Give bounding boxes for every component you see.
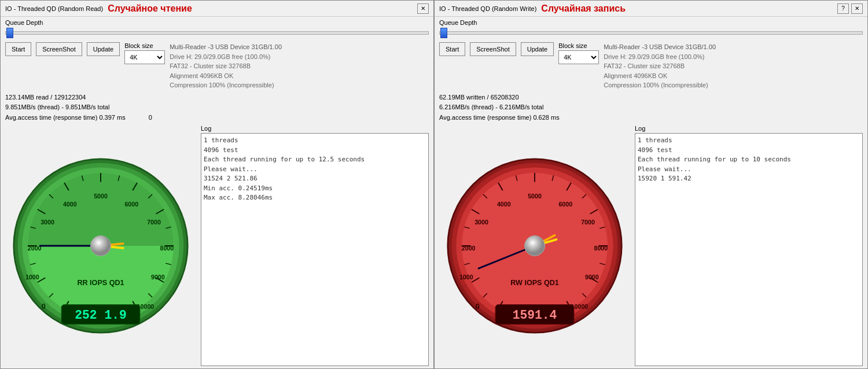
left-screenshot-button[interactable]: ScreenShot <box>36 42 82 56</box>
svg-text:1591.4: 1591.4 <box>513 308 557 322</box>
svg-text:0: 0 <box>42 302 46 310</box>
right-block-size-select[interactable]: 4K <box>558 50 599 64</box>
right-slider-thumb[interactable] <box>440 28 447 38</box>
left-device-info-line1: Drive H: 29.0/29.0GB free (100.0%) <box>170 52 282 62</box>
right-device-info-line2: FAT32 - Cluster size 32768B <box>604 61 716 71</box>
svg-text:9000: 9000 <box>151 274 165 281</box>
svg-text:6000: 6000 <box>124 201 138 208</box>
log-line: Min acc. 0.24519ms <box>204 184 426 194</box>
left-block-size-group: Block size 4K <box>124 42 165 64</box>
left-block-size-label: Block size <box>124 42 165 49</box>
left-device-info-line3: Alignment 4096KB OK <box>170 71 282 81</box>
left-slider-thumb[interactable] <box>6 28 13 38</box>
svg-text:7000: 7000 <box>581 219 595 226</box>
right-device-info-line3: Alignment 4096KB OK <box>604 71 716 81</box>
right-controls-row: Start ScreenShot Update Block size 4K Mu… <box>439 42 863 90</box>
right-device-name: Multi-Reader -3 USB Device 31GB/1.00 <box>604 42 716 52</box>
svg-text:0: 0 <box>476 302 480 310</box>
left-stat-line1: 123.14MB read / 129122304 <box>5 93 429 103</box>
right-update-button[interactable]: Update <box>521 42 554 56</box>
svg-point-40 <box>91 235 111 256</box>
svg-text:1000: 1000 <box>459 274 473 281</box>
right-stats-row: 62.19MB written / 65208320 6.216MB/s (th… <box>439 93 863 123</box>
right-main-content: 0 1000 2000 3000 4000 5000 6000 7000 800… <box>439 125 863 366</box>
left-block-size-select[interactable]: 4K <box>124 50 165 64</box>
left-start-button[interactable]: Start <box>5 42 31 56</box>
right-log-section: Log 1 threads 4096 test Each thread runn… <box>635 125 863 366</box>
left-gauge-svg: 0 1000 2000 3000 4000 5000 6000 7000 <box>11 156 190 335</box>
left-stats-row: 123.14MB read / 129122304 9.851MB/s (thr… <box>5 93 429 123</box>
svg-text:4000: 4000 <box>63 201 77 208</box>
left-log-box[interactable]: 1 threads 4096 test Each thread running … <box>201 133 429 366</box>
left-log-section: Log 1 threads 4096 test Each thread runn… <box>201 125 429 366</box>
right-log-box[interactable]: 1 threads 4096 test Each thread running … <box>635 133 863 366</box>
right-screenshot-button[interactable]: ScreenShot <box>470 42 516 56</box>
log-line: 4096 test <box>204 146 426 156</box>
right-block-size-group: Block size 4K <box>558 42 599 64</box>
left-title-bar: IO - Threaded QD (Random Read) Случайное… <box>1 1 433 17</box>
log-line: 1 threads <box>638 136 860 146</box>
left-slider-track <box>5 31 429 35</box>
right-window-russian-title: Случайная запись <box>541 3 626 14</box>
left-window: IO - Threaded QD (Random Read) Случайное… <box>0 0 434 369</box>
left-device-name: Multi-Reader -3 USB Device 31GB/1.00 <box>170 42 282 52</box>
left-main-content: 0 1000 2000 3000 4000 5000 6000 7000 <box>5 125 429 366</box>
left-update-button[interactable]: Update <box>87 42 120 56</box>
right-stat-line3: Avg.access time (response time) 0.628 ms <box>439 113 863 123</box>
right-title-bar-left: IO - Threaded QD (Random Write) Случайна… <box>439 3 626 14</box>
right-device-info: Multi-Reader -3 USB Device 31GB/1.00 Dri… <box>604 42 716 90</box>
svg-text:6000: 6000 <box>558 201 572 208</box>
left-stat-line2: 9.851MB/s (thread) - 9.851MB/s total <box>5 102 429 113</box>
right-slider-track <box>439 31 863 35</box>
svg-text:RW IOPS QD1: RW IOPS QD1 <box>510 278 559 286</box>
right-device-info-line4: Compression 100% (Incompressible) <box>604 80 716 90</box>
left-window-title: IO - Threaded QD (Random Read) <box>5 5 103 12</box>
left-close-button[interactable]: ✕ <box>417 3 429 14</box>
svg-text:5000: 5000 <box>94 192 108 199</box>
log-line: 1 threads <box>204 136 426 146</box>
right-window: IO - Threaded QD (Random Write) Случайна… <box>434 0 868 369</box>
right-queue-label: Queue Depth <box>439 19 863 26</box>
right-gauge-container: 0 1000 2000 3000 4000 5000 6000 7000 800… <box>439 125 630 366</box>
left-device-info-line2: FAT32 - Cluster size 32768B <box>170 61 282 71</box>
right-title-bar: IO - Threaded QD (Random Write) Случайна… <box>435 1 867 17</box>
svg-text:4000: 4000 <box>497 201 511 208</box>
right-stat-line1: 62.19MB written / 65208320 <box>439 93 863 103</box>
left-window-russian-title: Случайное чтение <box>108 3 192 14</box>
right-block-size-label: Block size <box>558 42 599 49</box>
log-line: 31524 2 521.86 <box>204 174 426 184</box>
svg-text:252 1.9: 252 1.9 <box>75 308 126 322</box>
svg-text:5000: 5000 <box>528 192 542 199</box>
right-help-button[interactable]: ? <box>837 3 849 14</box>
right-queue-slider[interactable] <box>439 27 863 39</box>
svg-text:RR IOPS QD1: RR IOPS QD1 <box>77 278 124 286</box>
right-queue-section: Queue Depth <box>439 19 863 39</box>
right-device-info-line1: Drive H: 29.0/29.0GB free (100.0%) <box>604 52 716 62</box>
log-line: Each thread running for up to 12.5 secon… <box>204 155 426 165</box>
right-title-controls: ? ✕ <box>837 3 863 14</box>
left-title-bar-left: IO - Threaded QD (Random Read) Случайное… <box>5 3 192 14</box>
left-queue-label: Queue Depth <box>5 19 429 26</box>
log-line: Each thread running for up to 10 seconds <box>638 155 860 165</box>
svg-text:3000: 3000 <box>475 219 488 226</box>
svg-text:7000: 7000 <box>147 219 161 226</box>
left-log-label: Log <box>201 125 429 132</box>
left-queue-section: Queue Depth <box>5 19 429 39</box>
left-device-info: Multi-Reader -3 USB Device 31GB/1.00 Dri… <box>170 42 282 90</box>
left-window-body: Queue Depth Start ScreenShot Update Bloc… <box>1 17 433 368</box>
right-close-button[interactable]: ✕ <box>851 3 863 14</box>
left-device-info-line4: Compression 100% (Incompressible) <box>170 80 282 90</box>
svg-point-83 <box>525 235 545 256</box>
right-window-body: Queue Depth Start ScreenShot Update Bloc… <box>435 17 867 368</box>
left-counter: 0 <box>149 113 152 123</box>
svg-text:1000: 1000 <box>25 274 39 281</box>
left-controls-row: Start ScreenShot Update Block size 4K Mu… <box>5 42 429 90</box>
right-window-title: IO - Threaded QD (Random Write) <box>439 5 536 12</box>
right-stat-line2: 6.216MB/s (thread) - 6.216MB/s total <box>439 102 863 113</box>
right-start-button[interactable]: Start <box>439 42 465 56</box>
log-line: 4096 test <box>638 146 860 156</box>
left-title-controls: ✕ <box>417 3 429 14</box>
left-queue-slider[interactable] <box>5 27 429 39</box>
log-line: Please wait... <box>204 165 426 175</box>
log-line: 15920 1 591.42 <box>638 174 860 184</box>
